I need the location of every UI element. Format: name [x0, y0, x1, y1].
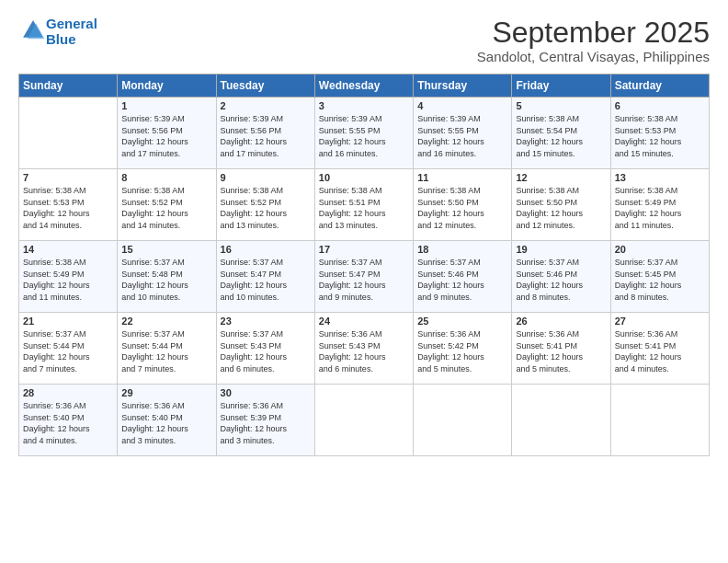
day-number: 1 — [121, 100, 211, 111]
day-number: 16 — [221, 244, 311, 255]
cell-info: Sunrise: 5:36 AM Sunset: 5:41 PM Dayligh… — [615, 328, 705, 374]
calendar-cell: 10Sunrise: 5:38 AM Sunset: 5:51 PM Dayli… — [314, 169, 413, 241]
cell-info: Sunrise: 5:37 AM Sunset: 5:47 PM Dayligh… — [221, 257, 311, 303]
cell-info: Sunrise: 5:37 AM Sunset: 5:46 PM Dayligh… — [516, 257, 606, 303]
calendar-cell: 21Sunrise: 5:37 AM Sunset: 5:44 PM Dayli… — [19, 313, 118, 385]
day-number: 11 — [417, 172, 507, 183]
calendar-cell: 30Sunrise: 5:36 AM Sunset: 5:39 PM Dayli… — [216, 385, 314, 456]
day-number: 4 — [417, 100, 507, 111]
weekday-header: Monday — [118, 75, 216, 98]
calendar-cell: 18Sunrise: 5:37 AM Sunset: 5:46 PM Dayli… — [414, 241, 512, 313]
cell-info: Sunrise: 5:38 AM Sunset: 5:53 PM Dayligh… — [23, 185, 113, 231]
weekday-header: Sunday — [19, 75, 118, 98]
calendar-cell: 25Sunrise: 5:36 AM Sunset: 5:42 PM Dayli… — [414, 313, 512, 385]
day-number: 8 — [121, 172, 211, 183]
day-number: 6 — [615, 100, 705, 111]
calendar-table: SundayMondayTuesdayWednesdayThursdayFrid… — [18, 74, 710, 456]
calendar-cell — [19, 98, 118, 169]
weekday-header: Thursday — [414, 75, 512, 98]
cell-info: Sunrise: 5:36 AM Sunset: 5:39 PM Dayligh… — [221, 400, 311, 446]
calendar-cell: 28Sunrise: 5:36 AM Sunset: 5:40 PM Dayli… — [19, 385, 118, 456]
calendar-cell: 14Sunrise: 5:38 AM Sunset: 5:49 PM Dayli… — [19, 241, 118, 313]
day-number: 18 — [417, 244, 507, 255]
cell-info: Sunrise: 5:36 AM Sunset: 5:43 PM Dayligh… — [319, 328, 409, 374]
month-title: September 2025 — [477, 17, 710, 49]
cell-info: Sunrise: 5:37 AM Sunset: 5:46 PM Dayligh… — [417, 257, 507, 303]
day-number: 5 — [516, 100, 606, 111]
calendar-cell: 2Sunrise: 5:39 AM Sunset: 5:56 PM Daylig… — [216, 98, 314, 169]
cell-info: Sunrise: 5:38 AM Sunset: 5:50 PM Dayligh… — [417, 185, 507, 231]
cell-info: Sunrise: 5:38 AM Sunset: 5:53 PM Dayligh… — [615, 113, 705, 159]
cell-info: Sunrise: 5:36 AM Sunset: 5:40 PM Dayligh… — [121, 400, 211, 446]
day-number: 29 — [121, 387, 211, 398]
calendar-cell — [610, 385, 709, 456]
cell-info: Sunrise: 5:39 AM Sunset: 5:56 PM Dayligh… — [121, 113, 211, 159]
day-number: 22 — [121, 316, 211, 327]
weekday-header: Tuesday — [216, 75, 314, 98]
weekday-header: Saturday — [610, 75, 709, 98]
day-number: 2 — [221, 100, 311, 111]
cell-info: Sunrise: 5:37 AM Sunset: 5:44 PM Dayligh… — [23, 328, 113, 374]
calendar-cell: 1Sunrise: 5:39 AM Sunset: 5:56 PM Daylig… — [118, 98, 216, 169]
calendar-cell: 8Sunrise: 5:38 AM Sunset: 5:52 PM Daylig… — [118, 169, 216, 241]
day-number: 25 — [417, 316, 507, 327]
calendar-week-row: 28Sunrise: 5:36 AM Sunset: 5:40 PM Dayli… — [19, 385, 710, 456]
calendar-cell: 27Sunrise: 5:36 AM Sunset: 5:41 PM Dayli… — [610, 313, 709, 385]
calendar-cell: 9Sunrise: 5:38 AM Sunset: 5:52 PM Daylig… — [216, 169, 314, 241]
calendar-cell: 12Sunrise: 5:38 AM Sunset: 5:50 PM Dayli… — [512, 169, 610, 241]
day-number: 28 — [23, 387, 113, 398]
calendar-week-row: 14Sunrise: 5:38 AM Sunset: 5:49 PM Dayli… — [19, 241, 710, 313]
logo-line1: General — [46, 16, 97, 31]
calendar-cell: 5Sunrise: 5:38 AM Sunset: 5:54 PM Daylig… — [512, 98, 610, 169]
day-number: 26 — [516, 316, 606, 327]
cell-info: Sunrise: 5:36 AM Sunset: 5:41 PM Dayligh… — [516, 328, 606, 374]
day-number: 23 — [221, 316, 311, 327]
calendar-cell — [414, 385, 512, 456]
calendar-cell: 17Sunrise: 5:37 AM Sunset: 5:47 PM Dayli… — [314, 241, 413, 313]
calendar-cell: 15Sunrise: 5:37 AM Sunset: 5:48 PM Dayli… — [118, 241, 216, 313]
cell-info: Sunrise: 5:37 AM Sunset: 5:44 PM Dayligh… — [121, 328, 211, 374]
calendar-cell: 23Sunrise: 5:37 AM Sunset: 5:43 PM Dayli… — [216, 313, 314, 385]
calendar-cell: 24Sunrise: 5:36 AM Sunset: 5:43 PM Dayli… — [314, 313, 413, 385]
calendar-cell: 7Sunrise: 5:38 AM Sunset: 5:53 PM Daylig… — [19, 169, 118, 241]
calendar-week-row: 7Sunrise: 5:38 AM Sunset: 5:53 PM Daylig… — [19, 169, 710, 241]
cell-info: Sunrise: 5:38 AM Sunset: 5:52 PM Dayligh… — [121, 185, 211, 231]
cell-info: Sunrise: 5:38 AM Sunset: 5:49 PM Dayligh… — [23, 257, 113, 303]
logo-line2: Blue — [46, 31, 76, 47]
cell-info: Sunrise: 5:38 AM Sunset: 5:52 PM Dayligh… — [221, 185, 311, 231]
cell-info: Sunrise: 5:37 AM Sunset: 5:45 PM Dayligh… — [615, 257, 705, 303]
calendar-cell — [314, 385, 413, 456]
calendar-cell: 6Sunrise: 5:38 AM Sunset: 5:53 PM Daylig… — [610, 98, 709, 169]
cell-info: Sunrise: 5:36 AM Sunset: 5:40 PM Dayligh… — [23, 400, 113, 446]
calendar-cell — [512, 385, 610, 456]
calendar-week-row: 21Sunrise: 5:37 AM Sunset: 5:44 PM Dayli… — [19, 313, 710, 385]
calendar-cell: 4Sunrise: 5:39 AM Sunset: 5:55 PM Daylig… — [414, 98, 512, 169]
calendar-cell: 26Sunrise: 5:36 AM Sunset: 5:41 PM Dayli… — [512, 313, 610, 385]
day-number: 30 — [221, 387, 311, 398]
header: General Blue September 2025 Sandolot, Ce… — [18, 17, 710, 64]
cell-info: Sunrise: 5:37 AM Sunset: 5:48 PM Dayligh… — [121, 257, 211, 303]
cell-info: Sunrise: 5:39 AM Sunset: 5:55 PM Dayligh… — [417, 113, 507, 159]
day-number: 10 — [319, 172, 409, 183]
day-number: 15 — [121, 244, 211, 255]
weekday-header-row: SundayMondayTuesdayWednesdayThursdayFrid… — [19, 75, 710, 98]
calendar-cell: 29Sunrise: 5:36 AM Sunset: 5:40 PM Dayli… — [118, 385, 216, 456]
title-block: September 2025 Sandolot, Central Visayas… — [477, 17, 710, 64]
day-number: 17 — [319, 244, 409, 255]
cell-info: Sunrise: 5:39 AM Sunset: 5:56 PM Dayligh… — [221, 113, 311, 159]
calendar-cell: 3Sunrise: 5:39 AM Sunset: 5:55 PM Daylig… — [314, 98, 413, 169]
day-number: 21 — [23, 316, 113, 327]
day-number: 19 — [516, 244, 606, 255]
cell-info: Sunrise: 5:39 AM Sunset: 5:55 PM Dayligh… — [319, 113, 409, 159]
cell-info: Sunrise: 5:37 AM Sunset: 5:47 PM Dayligh… — [319, 257, 409, 303]
calendar-cell: 22Sunrise: 5:37 AM Sunset: 5:44 PM Dayli… — [118, 313, 216, 385]
weekday-header: Friday — [512, 75, 610, 98]
day-number: 14 — [23, 244, 113, 255]
day-number: 3 — [319, 100, 409, 111]
weekday-header: Wednesday — [314, 75, 413, 98]
day-number: 13 — [615, 172, 705, 183]
day-number: 27 — [615, 316, 705, 327]
calendar-cell: 13Sunrise: 5:38 AM Sunset: 5:49 PM Dayli… — [610, 169, 709, 241]
day-number: 24 — [319, 316, 409, 327]
calendar-cell: 16Sunrise: 5:37 AM Sunset: 5:47 PM Dayli… — [216, 241, 314, 313]
